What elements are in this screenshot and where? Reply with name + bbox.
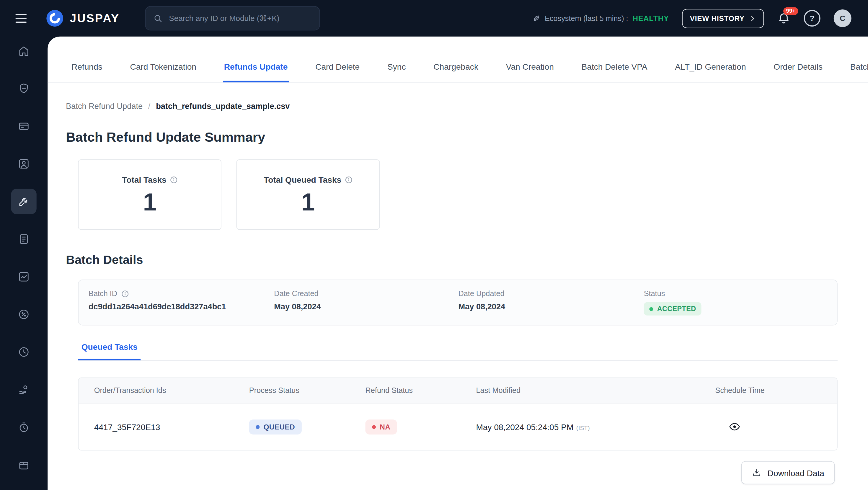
refund-status-label: NA <box>380 423 390 431</box>
date-updated-value: May 08,2024 <box>459 302 644 311</box>
total-tasks-label: Total Tasks <box>122 175 166 184</box>
ecosystem-health: HEALTHY <box>633 14 669 23</box>
total-queued-tasks-card: Total Queued Tasks 1 <box>237 159 380 229</box>
tab-card-tokenization[interactable]: Card Tokenization <box>129 62 197 82</box>
tab-batch-card-type[interactable]: Batch Card Type <box>849 62 868 82</box>
avatar[interactable]: C <box>834 9 851 27</box>
eye-icon <box>728 421 741 433</box>
global-search[interactable] <box>145 6 320 31</box>
breadcrumb: Batch Refund Update / batch_refunds_upda… <box>66 102 850 111</box>
brand[interactable]: JUSPAY <box>45 9 120 28</box>
date-created-value: May 08,2024 <box>274 302 458 311</box>
col-process-status: Process Status <box>249 387 366 395</box>
search-icon <box>154 13 163 23</box>
batch-id-value: dc9dd1a264a41d69de18dd327a4bc1 <box>89 302 274 311</box>
card-icon <box>18 120 30 132</box>
status-field: Status ACCEPTED <box>644 289 827 315</box>
tab-alt-id-generation[interactable]: ALT_ID Generation <box>674 62 747 82</box>
download-data-label: Download Data <box>768 468 824 477</box>
download-data-button[interactable]: Download Data <box>741 461 835 484</box>
status-badge: ACCEPTED <box>644 302 702 315</box>
refund-status-dot-icon <box>372 425 376 429</box>
tab-chargeback[interactable]: Chargeback <box>433 62 479 82</box>
sidebar-item-cards[interactable] <box>11 113 37 139</box>
col-order-transaction-ids: Order/Transaction Ids <box>94 387 249 395</box>
tab-batch-delete-vpa[interactable]: Batch Delete VPA <box>581 62 649 82</box>
status-badge-label: ACCEPTED <box>657 305 696 313</box>
sidebar-item-history[interactable] <box>11 339 37 365</box>
process-status-badge: QUEUED <box>249 419 302 434</box>
sidebar-item-offers[interactable] <box>11 302 37 327</box>
total-tasks-card: Total Tasks 1 <box>78 159 221 229</box>
status-label: Status <box>644 289 665 298</box>
sidebar-item-payouts[interactable] <box>11 377 37 402</box>
summary-cards: Total Tasks 1 Total Queued Tasks <box>78 159 850 229</box>
ecosystem-status: Ecosystem (last 5 mins) : HEALTHY <box>533 14 669 23</box>
batch-details-card: Batch ID dc9dd1a264a41d69de18dd327a4bc1 … <box>78 279 838 326</box>
tab-refunds-update[interactable]: Refunds Update <box>223 62 289 82</box>
users-icon <box>18 158 30 170</box>
juspay-logo-icon <box>45 9 64 28</box>
view-history-button[interactable]: VIEW HISTORY <box>682 8 764 28</box>
col-last-modified: Last Modified <box>476 387 715 395</box>
chevron-right-icon <box>749 15 756 22</box>
sidebar-item-payments[interactable] <box>11 76 37 101</box>
date-created-label: Date Created <box>274 289 318 298</box>
box-icon <box>18 459 30 471</box>
notification-badge: 99+ <box>783 7 798 15</box>
percent-circle-icon <box>18 308 30 320</box>
info-icon[interactable] <box>121 290 129 298</box>
module-tabs: Refunds Card Tokenization Refunds Update… <box>48 37 868 83</box>
ecosystem-label: Ecosystem (last 5 mins) : <box>545 14 628 23</box>
ledger-icon <box>18 233 30 245</box>
payout-hand-icon <box>18 384 30 396</box>
tab-sync[interactable]: Sync <box>386 62 407 82</box>
tab-queued-tasks[interactable]: Queued Tasks <box>78 342 141 360</box>
col-schedule-time: Schedule Time <box>715 387 837 395</box>
table-header: Order/Transaction Ids Process Status Ref… <box>79 378 837 403</box>
table-row: 4417_35F720E13 QUEUED NA <box>79 403 837 450</box>
info-icon[interactable] <box>170 176 178 183</box>
date-created-field: Date Created May 08,2024 <box>274 289 458 315</box>
sidebar-item-scheduler[interactable] <box>11 415 37 440</box>
breadcrumb-parent[interactable]: Batch Refund Update <box>66 102 143 111</box>
timer-icon <box>18 421 30 433</box>
sidebar-item-customers[interactable] <box>11 151 37 177</box>
sidebar-item-home[interactable] <box>11 38 37 63</box>
leaf-icon <box>533 14 540 22</box>
sidebar <box>0 37 48 490</box>
tasks-tabs: Queued Tasks <box>78 342 838 361</box>
search-input[interactable] <box>168 13 312 23</box>
breadcrumb-current: batch_refunds_update_sample.csv <box>156 102 290 111</box>
tab-card-delete[interactable]: Card Delete <box>314 62 361 82</box>
process-status-label: QUEUED <box>264 423 295 431</box>
status-dot-icon <box>649 307 653 311</box>
batch-id-label: Batch ID <box>89 289 117 298</box>
notifications-button[interactable]: 99+ <box>777 11 790 25</box>
menu-icon[interactable] <box>16 14 27 23</box>
info-icon[interactable] <box>345 176 352 183</box>
analytics-icon <box>18 271 30 283</box>
total-tasks-value: 1 <box>143 190 156 214</box>
col-refund-status: Refund Status <box>366 387 476 395</box>
sidebar-item-resources[interactable] <box>11 452 37 478</box>
total-queued-tasks-value: 1 <box>301 190 315 214</box>
process-status-dot-icon <box>256 425 259 429</box>
page-title: Batch Refund Update Summary <box>66 130 850 145</box>
history-clock-icon <box>18 346 30 358</box>
view-history-label: VIEW HISTORY <box>690 14 745 23</box>
help-button[interactable]: ? <box>804 10 820 27</box>
tab-refunds[interactable]: Refunds <box>70 62 103 82</box>
shield-icon <box>18 82 30 94</box>
last-modified-value: May 08,2024 05:24:05 PM <box>476 422 574 432</box>
sidebar-item-ledger[interactable] <box>11 226 37 252</box>
tab-van-creation[interactable]: Van Creation <box>505 62 555 82</box>
batch-details-title: Batch Details <box>66 253 850 268</box>
page-content: Batch Refund Update / batch_refunds_upda… <box>48 83 868 490</box>
home-icon <box>18 45 30 57</box>
view-task-button[interactable] <box>728 421 741 433</box>
main-content: Refunds Card Tokenization Refunds Update… <box>48 37 868 490</box>
tab-order-details[interactable]: Order Details <box>773 62 824 82</box>
sidebar-item-tools[interactable] <box>11 189 37 214</box>
sidebar-item-analytics[interactable] <box>11 264 37 289</box>
